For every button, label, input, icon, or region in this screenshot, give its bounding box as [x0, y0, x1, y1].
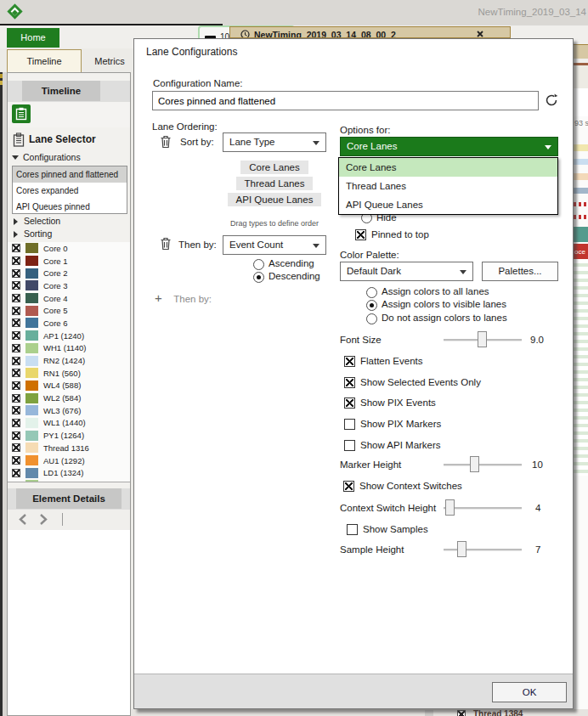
lane-color-swatch: [25, 356, 38, 366]
lane-row[interactable]: Core 6: [8, 317, 130, 330]
marker-height-slider[interactable]: [444, 456, 522, 473]
slider-track[interactable]: [444, 464, 522, 466]
lane-checkbox[interactable]: [12, 431, 20, 440]
lane-row[interactable]: WH1 (1140): [8, 342, 130, 355]
close-icon[interactable]: [477, 31, 483, 37]
config-item[interactable]: API Queues pinned: [13, 199, 127, 215]
lane-checkbox[interactable]: [12, 294, 20, 302]
chevron-down-icon: [545, 145, 551, 149]
lane-row[interactable]: LD1 (1324): [8, 466, 130, 479]
panel-tab-timeline[interactable]: Timeline: [22, 81, 100, 101]
ascending-radio[interactable]: [253, 259, 264, 270]
lane-checkbox[interactable]: [12, 257, 20, 265]
pinned-to-top-checkbox[interactable]: [355, 229, 366, 240]
order-chip[interactable]: Thread Lanes: [236, 177, 314, 190]
marker-height-label: Marker Height: [340, 459, 401, 470]
lane-row[interactable]: Core 0: [8, 242, 130, 255]
lane-checkbox[interactable]: [12, 443, 20, 452]
slider-thumb[interactable]: [470, 456, 479, 472]
lane-row[interactable]: AU1 (1292): [8, 454, 130, 467]
sample-height-slider[interactable]: [444, 541, 522, 558]
lane-checkbox[interactable]: [12, 419, 20, 427]
assign-none-radio[interactable]: [366, 313, 377, 324]
flatten-events-checkbox[interactable]: [344, 356, 355, 367]
lane-checkbox[interactable]: [12, 369, 20, 377]
then-by-select[interactable]: Event Count: [223, 235, 326, 255]
slider-thumb[interactable]: [445, 499, 455, 516]
forward-button[interactable]: [38, 513, 48, 526]
config-item[interactable]: Cores pinned and flattened: [13, 166, 127, 183]
lane-row[interactable]: Core 3: [8, 279, 130, 292]
ok-button[interactable]: OK: [492, 682, 567, 702]
context-switch-height-slider[interactable]: [444, 499, 522, 516]
slider-track[interactable]: [444, 507, 522, 510]
configuration-name-label: Configuration Name:: [153, 78, 242, 88]
show-api-markers-checkbox[interactable]: [344, 440, 355, 451]
lane-row[interactable]: RN1 (560): [8, 367, 130, 380]
add-then-by-button[interactable]: + Then by:: [155, 290, 212, 306]
slider-thumb[interactable]: [457, 541, 466, 557]
lane-row[interactable]: Core 1: [8, 255, 130, 268]
lane-checkbox[interactable]: [12, 269, 20, 278]
descending-radio[interactable]: [253, 272, 264, 283]
sort-by-select[interactable]: Lane Type: [223, 132, 326, 152]
font-size-slider[interactable]: [444, 331, 522, 348]
document-tab[interactable]: NewTiming_2019_03_14_08_00_2: [229, 26, 511, 38]
tab-metrics[interactable]: Metrics: [83, 51, 136, 72]
lane-config-button[interactable]: [12, 104, 31, 123]
show-pix-markers-checkbox[interactable]: [344, 419, 355, 430]
lane-checkbox[interactable]: [12, 456, 20, 465]
show-selected-events-checkbox[interactable]: [344, 377, 355, 388]
lane-row[interactable]: WL2 (584): [8, 392, 130, 404]
panel-tab-element-details[interactable]: Element Details: [16, 488, 122, 509]
lane-row[interactable]: PY1 (1264): [8, 429, 130, 442]
lane-checkbox[interactable]: [12, 394, 20, 403]
popup-item[interactable]: Thread Lanes: [339, 177, 557, 195]
lane-checkbox[interactable]: [12, 357, 20, 365]
lane-row[interactable]: Thread 1316: [8, 442, 130, 454]
show-pix-events-checkbox[interactable]: [344, 397, 355, 409]
back-button[interactable]: [18, 513, 28, 526]
lane-row[interactable]: WL1 (1440): [8, 417, 130, 430]
lane-checkbox[interactable]: [12, 307, 20, 315]
assign-all-radio[interactable]: [366, 287, 377, 298]
trash-icon[interactable]: [160, 237, 172, 251]
lane-label: Core 5: [43, 306, 68, 315]
lane-row[interactable]: Core 5: [8, 304, 130, 317]
popup-item[interactable]: API Queue Lanes: [339, 195, 557, 214]
order-chip[interactable]: API Queue Lanes: [228, 193, 322, 206]
color-palette-label: Color Palette:: [340, 250, 399, 260]
lane-checkbox[interactable]: [12, 319, 20, 327]
reset-icon[interactable]: [544, 93, 559, 108]
order-chip[interactable]: Core Lanes: [240, 161, 308, 174]
popup-item[interactable]: Core Lanes: [339, 158, 557, 177]
lane-row[interactable]: Core 4: [8, 292, 130, 305]
lane-row[interactable]: WL4 (588): [8, 380, 130, 392]
show-samples-checkbox[interactable]: [347, 524, 358, 535]
home-tab[interactable]: Home: [7, 28, 59, 48]
assign-visible-radio[interactable]: [366, 300, 377, 311]
show-context-switches-checkbox[interactable]: [343, 481, 354, 492]
lane-row[interactable]: Core 2: [8, 267, 130, 279]
lane-row[interactable]: AP1 (1240): [8, 330, 130, 342]
lane-label: Thread 1316: [43, 443, 89, 453]
lane-checkbox[interactable]: [457, 710, 466, 716]
options-for-select[interactable]: Core Lanes: [340, 137, 558, 156]
lane-row[interactable]: RN2 (1424): [8, 354, 130, 367]
lane-checkbox[interactable]: [12, 381, 20, 390]
config-item[interactable]: Cores expanded: [13, 183, 127, 199]
trash-icon[interactable]: [160, 135, 172, 149]
lane-checkbox[interactable]: [12, 281, 20, 290]
lane-checkbox[interactable]: [12, 406, 20, 414]
lane-checkbox[interactable]: [12, 344, 20, 352]
lane-row[interactable]: WL3 (676): [8, 404, 130, 417]
tab-timeline[interactable]: Timeline: [7, 49, 82, 72]
lane-checkbox[interactable]: [12, 469, 20, 477]
color-palette-select[interactable]: Default Dark: [340, 262, 473, 281]
configuration-name-input[interactable]: [152, 91, 539, 110]
palettes-button[interactable]: Palettes...: [482, 262, 558, 281]
slider-thumb[interactable]: [478, 331, 487, 347]
slider-track[interactable]: [444, 549, 522, 551]
lane-checkbox[interactable]: [12, 331, 20, 340]
lane-checkbox[interactable]: [12, 244, 20, 252]
